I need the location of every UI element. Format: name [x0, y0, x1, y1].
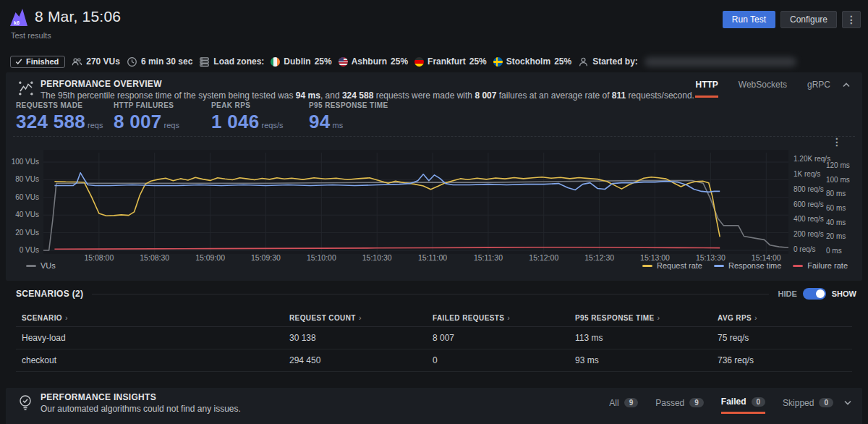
x-axis-label: 15:10:00	[296, 253, 346, 262]
protocol-tabs: HTTP WebSockets gRPC	[695, 80, 830, 98]
zone-dublin: Dublin 25%	[271, 56, 331, 67]
redacted-username	[644, 57, 796, 67]
scenarios-header: SCENARIOS (2) HIDE SHOW	[6, 287, 862, 301]
x-axis-label: 15:13:00	[630, 253, 681, 262]
y-axis-label-vus: 20 VUs	[6, 229, 39, 237]
line-chart-icon	[18, 80, 34, 96]
scenarios-title: SCENARIOS (2)	[16, 289, 83, 299]
count-badge: 9	[689, 398, 704, 407]
tab-http[interactable]: HTTP	[695, 80, 718, 98]
cell-request-count: 294 450	[284, 355, 427, 365]
zone-ashburn: Ashburn 25%	[339, 56, 408, 67]
y-axis-label-ms: 100 ms	[826, 176, 850, 184]
y-axis-label-ms: 80 ms	[826, 190, 846, 198]
x-axis-label: 15:14:00	[741, 253, 791, 262]
configure-button[interactable]: Configure	[780, 11, 837, 28]
scenarios-section: SCENARIOS (2) HIDE SHOW SCENARIO› REQUES…	[6, 287, 862, 372]
cell-avg-rps: 75 req/s	[712, 333, 852, 343]
zone-stockholm: Stockholm 25%	[493, 56, 571, 67]
response-time-legend-marker	[714, 265, 724, 267]
show-hide-toggle[interactable]	[803, 288, 826, 300]
y-axis-label-rps: 200 req/s	[793, 230, 824, 238]
y-axis-label-ms: 120 ms	[826, 161, 850, 169]
clock-icon	[127, 56, 137, 67]
legend-item-failure-rate[interactable]: Failure rate	[793, 261, 848, 270]
usa-flag-icon	[339, 57, 348, 67]
header-kebab-menu-icon[interactable]: ⋮	[842, 11, 861, 28]
insights-title: PERFORMANCE INSIGHTS	[41, 392, 156, 402]
tab-all[interactable]: All 9	[609, 397, 638, 414]
column-header-scenario[interactable]: SCENARIO›	[16, 313, 284, 322]
tab-passed[interactable]: Passed 9	[655, 397, 704, 414]
toggle-knob	[816, 289, 825, 298]
column-header-avg-rps[interactable]: AVG RPS›	[712, 313, 852, 322]
x-axis-label: 15:09:00	[185, 253, 236, 262]
x-axis-label: 15:10:30	[352, 253, 402, 262]
chart-kebab-menu-icon[interactable]: ⋮	[832, 137, 842, 146]
insights-tabs: All 9 Passed 9 Failed 0 Skipped 0	[609, 397, 833, 414]
k6-logo: k6	[9, 8, 28, 27]
metric-peak-rps: PEAK RPS 1 046reqs/s	[211, 101, 309, 133]
sort-chevron-icon: ›	[754, 313, 757, 322]
tab-grpc[interactable]: gRPC	[807, 80, 830, 98]
y-axis-label-ms: 0 ms	[826, 247, 842, 255]
overview-title: PERFORMANCE OVERVIEW	[41, 79, 162, 89]
legend-item-request-rate[interactable]: Request rate	[642, 261, 702, 270]
timeseries-plot[interactable]	[43, 148, 788, 255]
column-header-request-count[interactable]: REQUEST COUNT›	[284, 313, 427, 322]
insights-subtitle: Our automated algorithms could not find …	[41, 404, 241, 414]
y-axis-label-ms: 20 ms	[826, 232, 846, 240]
metric-p95-response-time: P95 RESPONSE TIME 94ms	[309, 101, 425, 133]
plot-area[interactable]	[43, 148, 788, 255]
ireland-flag-icon	[271, 57, 280, 67]
y-axis-label-vus: 100 VUs	[6, 158, 39, 166]
cell-failed-requests: 0	[427, 355, 569, 365]
timeseries-chart: ⋮ VUs Request rate Response time Failure…	[6, 137, 862, 281]
tab-websockets[interactable]: WebSockets	[739, 80, 787, 98]
chevron-down-icon[interactable]	[843, 398, 852, 407]
y-axis-label-vus: 60 VUs	[6, 193, 39, 201]
overview-subtitle: The 95th percentile response time of the…	[41, 90, 694, 101]
svg-text:k6: k6	[14, 20, 20, 25]
chevron-up-icon[interactable]	[842, 81, 851, 90]
lightbulb-check-icon	[17, 394, 33, 410]
sort-chevron-icon: ›	[507, 313, 510, 322]
x-axis-label: 15:08:30	[129, 253, 180, 262]
person-icon	[578, 56, 589, 67]
x-axis-label: 15:11:30	[463, 253, 514, 262]
tab-skipped[interactable]: Skipped 0	[783, 397, 833, 414]
y-axis-label-rps: 1K req/s	[793, 170, 820, 178]
y-axis-label-rps: 600 req/s	[793, 200, 824, 208]
server-stack-icon	[199, 56, 210, 67]
vus-summary: 270 VUs	[72, 56, 120, 67]
tab-failed[interactable]: Failed 0	[721, 397, 765, 414]
sort-chevron-icon: ›	[359, 313, 362, 322]
cell-p95: 93 ms	[569, 355, 712, 365]
started-by: Started by:	[578, 56, 638, 67]
scenario-table-header: SCENARIO› REQUEST COUNT› FAILED REQUESTS…	[16, 308, 852, 327]
y-axis-label-vus: 80 VUs	[6, 175, 39, 183]
duration-summary: 6 min 30 sec	[127, 56, 192, 67]
chart-legend: VUs Request rate Response time Failure r…	[6, 261, 862, 273]
page-title: 8 Mar, 15:06	[35, 8, 121, 25]
vus-legend-marker	[26, 265, 36, 267]
x-axis-label: 15:13:30	[685, 253, 736, 262]
check-icon	[15, 58, 22, 65]
legend-item-response-time[interactable]: Response time	[714, 261, 781, 270]
table-row[interactable]: checkout 294 450 0 93 ms 736 req/s	[16, 349, 852, 372]
x-axis-label: 15:09:30	[240, 253, 291, 262]
run-test-button[interactable]: Run Test	[723, 11, 775, 28]
y-axis-label-rps: 1.20K req/s	[793, 155, 830, 163]
table-row[interactable]: Heavy-load 30 138 8 007 113 ms 75 req/s	[16, 327, 852, 349]
column-header-failed-requests[interactable]: FAILED REQUESTS›	[427, 313, 569, 322]
failure-rate-legend-marker	[793, 265, 803, 267]
chart-divider	[13, 136, 855, 137]
status-badge: Finished	[10, 56, 65, 68]
legend-item-vus[interactable]: VUs	[26, 261, 56, 270]
legend-right-group: Request rate Response time Failure rate	[642, 261, 848, 270]
count-badge: 0	[819, 398, 833, 407]
x-axis-label: 15:08:00	[74, 253, 124, 262]
performance-insights-panel: PERFORMANCE INSIGHTS Our automated algor…	[6, 388, 862, 424]
germany-flag-icon	[414, 57, 424, 67]
column-header-p95-response-time[interactable]: P95 RESPONSE TIME›	[569, 313, 712, 322]
